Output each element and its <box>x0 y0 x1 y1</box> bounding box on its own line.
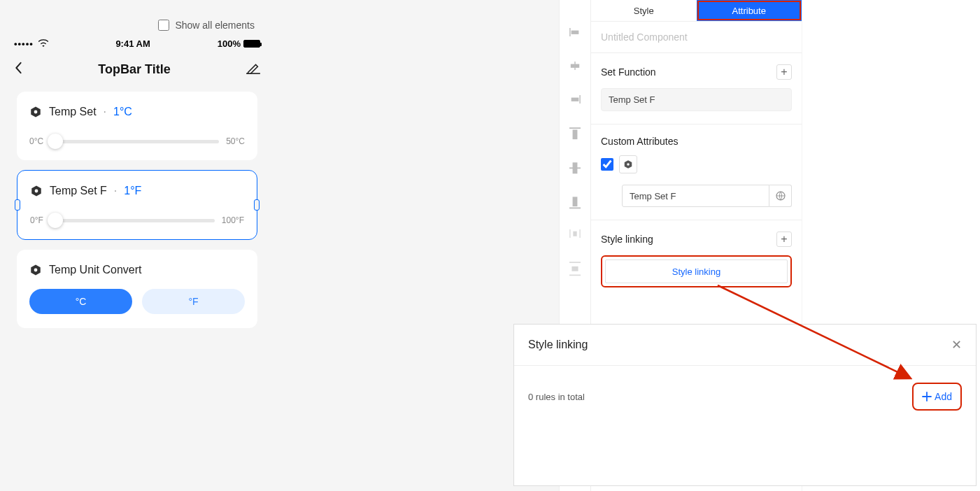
show-all-checkbox-label[interactable]: Show all elements <box>158 20 255 31</box>
slider-min: 0°C <box>29 136 43 146</box>
card-header: Temp Set · 1°C <box>29 106 245 118</box>
card-title: Temp Unit Convert <box>49 264 142 276</box>
battery-text: 100% <box>218 38 241 49</box>
status-time: 9:41 AM <box>115 38 150 49</box>
set-function-section: Set Function + Temp Set F <box>591 53 802 124</box>
attr-hexagon-icon[interactable] <box>619 155 637 173</box>
hexagon-icon <box>30 185 43 197</box>
style-linking-section: Style linking + Style linking <box>591 220 802 300</box>
style-linking-label: Style linking <box>601 234 653 245</box>
temp-slider[interactable] <box>50 140 219 143</box>
slider-thumb[interactable] <box>48 213 63 228</box>
preview-panel: Show all elements ••••• 9:41 AM 100% Top… <box>0 0 559 491</box>
battery-indicator: 100% <box>218 38 260 49</box>
distribute-h-icon[interactable] <box>569 228 581 238</box>
tab-style[interactable]: Style <box>591 0 697 21</box>
svg-rect-9 <box>571 97 579 101</box>
custom-attributes-label: Custom Attributes <box>601 136 679 147</box>
wifi-icon <box>38 38 48 49</box>
unit-f-button[interactable]: °F <box>142 289 245 314</box>
slider-min: 0°F <box>30 215 43 225</box>
edit-icon[interactable] <box>246 62 260 78</box>
dot-separator: · <box>114 185 117 197</box>
show-all-text: Show all elements <box>175 20 255 31</box>
unit-c-button[interactable]: °C <box>29 289 132 314</box>
set-function-label: Set Function <box>601 66 656 78</box>
align-center-v-icon[interactable] <box>569 161 581 171</box>
add-label: Add <box>935 391 952 402</box>
hexagon-icon <box>29 264 42 276</box>
distribute-v-icon[interactable] <box>569 262 581 271</box>
svg-rect-15 <box>573 197 578 206</box>
svg-rect-7 <box>571 64 579 67</box>
align-top-icon[interactable] <box>569 127 581 137</box>
temp-unit-convert-card[interactable]: Temp Unit Convert °C °F <box>17 250 257 328</box>
svg-point-3 <box>34 269 38 272</box>
plus-icon <box>922 392 932 401</box>
align-bottom-icon[interactable] <box>569 194 581 204</box>
show-all-checkbox[interactable] <box>158 20 169 31</box>
svg-rect-13 <box>573 162 578 173</box>
temp-f-slider[interactable] <box>50 219 215 222</box>
card-header: Temp Unit Convert <box>29 264 245 276</box>
popup-header: Style linking ✕ <box>514 325 976 366</box>
add-rule-button[interactable]: Add <box>922 391 952 402</box>
style-linking-popup: Style linking ✕ 0 rules in total Add <box>513 324 977 486</box>
align-right-icon[interactable] <box>569 94 581 104</box>
hexagon-icon <box>29 106 42 118</box>
popup-body: 0 rules in total Add <box>514 366 976 427</box>
page-title: TopBar Title <box>98 62 170 77</box>
globe-icon[interactable] <box>769 185 792 207</box>
align-left-icon[interactable] <box>569 27 581 36</box>
rules-count: 0 rules in total <box>528 392 585 402</box>
topbar: TopBar Title <box>8 55 266 92</box>
slider-row: 0°C 50°C <box>29 136 245 146</box>
svg-point-2 <box>35 190 38 193</box>
attr-checkbox[interactable] <box>601 158 613 171</box>
set-function-value[interactable]: Temp Set F <box>601 88 792 111</box>
attr-value-input[interactable] <box>622 185 769 207</box>
close-icon[interactable]: ✕ <box>951 337 962 353</box>
slider-max: 50°C <box>226 136 245 146</box>
battery-icon <box>243 40 260 48</box>
svg-point-22 <box>627 163 630 166</box>
slider-row: 0°F 100°F <box>30 215 244 225</box>
temp-set-card[interactable]: Temp Set · 1°C 0°C 50°C <box>17 92 257 160</box>
signal-indicator: ••••• <box>14 38 48 49</box>
add-function-button[interactable]: + <box>776 64 792 80</box>
card-title: Temp Set <box>49 106 97 118</box>
tab-bar: Style Attribute <box>591 0 802 22</box>
temp-set-f-card[interactable]: Temp Set F · 1°F 0°F 100°F <box>17 170 257 240</box>
popup-title: Style linking <box>528 339 588 351</box>
card-title: Temp Set F <box>50 185 107 197</box>
add-style-linking-button[interactable]: + <box>776 232 792 247</box>
align-center-h-icon[interactable] <box>569 60 581 70</box>
svg-rect-18 <box>573 231 576 236</box>
card-value: 1°C <box>113 106 132 118</box>
svg-rect-5 <box>571 30 579 34</box>
card-header: Temp Set F · 1°F <box>30 185 244 197</box>
dot-separator: · <box>104 106 106 118</box>
show-all-row: Show all elements <box>0 20 266 34</box>
back-icon[interactable] <box>14 62 22 78</box>
add-highlight: Add <box>912 383 962 411</box>
unit-buttons: °C °F <box>29 289 245 314</box>
style-linking-highlight: Style linking <box>601 255 792 287</box>
svg-rect-11 <box>573 129 578 139</box>
card-value: 1°F <box>124 185 141 197</box>
style-linking-button[interactable]: Style linking <box>605 259 788 283</box>
component-name-field[interactable]: Untitled Component <box>591 22 802 53</box>
slider-thumb[interactable] <box>48 134 63 149</box>
svg-point-1 <box>34 111 38 114</box>
slider-max: 100°F <box>222 215 244 225</box>
custom-attributes-section: Custom Attributes <box>591 124 802 220</box>
svg-rect-21 <box>571 266 578 271</box>
statusbar: ••••• 9:41 AM 100% <box>8 38 266 55</box>
phone-frame: ••••• 9:41 AM 100% TopBar Title <box>8 38 266 338</box>
tab-attribute[interactable]: Attribute <box>697 0 802 21</box>
